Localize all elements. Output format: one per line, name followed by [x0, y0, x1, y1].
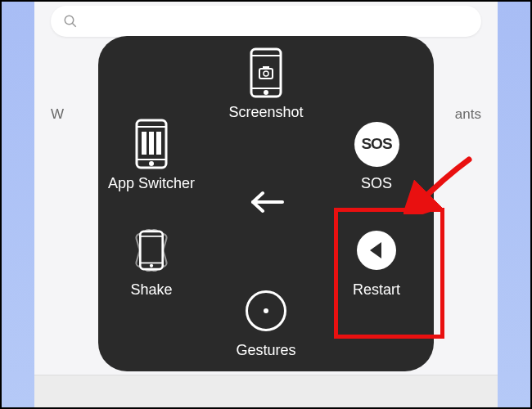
app-switcher-button[interactable]: App Switcher [106, 119, 196, 192]
svg-rect-12 [149, 132, 154, 155]
svg-rect-7 [263, 66, 269, 70]
svg-rect-13 [156, 132, 161, 155]
search-icon [63, 14, 78, 29]
svg-point-6 [264, 71, 268, 76]
restart-label: Restart [353, 281, 400, 299]
svg-rect-5 [259, 69, 273, 79]
svg-point-10 [149, 161, 154, 166]
svg-point-0 [65, 16, 74, 25]
assistive-touch-menu: Screenshot App Switcher S [98, 36, 434, 371]
background-text-left: W [51, 106, 64, 123]
screenshot-button[interactable]: Screenshot [221, 48, 311, 121]
sos-badge: SOS [354, 122, 399, 167]
svg-point-4 [264, 90, 268, 95]
background-text-right: ants [455, 106, 481, 123]
shake-label: Shake [130, 281, 172, 299]
arrow-left-icon [246, 190, 286, 214]
svg-line-1 [72, 23, 76, 27]
sos-icon: SOS [352, 119, 401, 169]
svg-point-18 [150, 264, 153, 267]
restart-button[interactable]: Restart [331, 226, 422, 299]
svg-rect-3 [251, 56, 281, 88]
gestures-icon [241, 286, 291, 335]
screenshot-label: Screenshot [228, 104, 303, 121]
bottom-status-bar [34, 375, 498, 407]
gestures-label: Gestures [236, 342, 295, 359]
phone-camera-icon [241, 48, 291, 97]
app-switcher-icon [127, 119, 176, 169]
svg-rect-11 [142, 132, 147, 155]
search-bar[interactable] [51, 6, 481, 37]
screenshot-frame: W ants Screenshot [0, 0, 532, 409]
sos-button[interactable]: SOS SOS [331, 119, 422, 192]
restart-icon [352, 226, 401, 275]
back-button[interactable] [246, 190, 286, 218]
shake-icon [127, 226, 176, 275]
app-switcher-label: App Switcher [108, 175, 195, 192]
right-gradient-bar [498, 2, 530, 407]
phone-screen: W ants Screenshot [34, 2, 498, 407]
sos-label: SOS [361, 175, 392, 192]
left-gradient-bar [2, 2, 34, 407]
gestures-button[interactable]: Gestures [221, 286, 311, 359]
shake-button[interactable]: Shake [106, 226, 196, 299]
